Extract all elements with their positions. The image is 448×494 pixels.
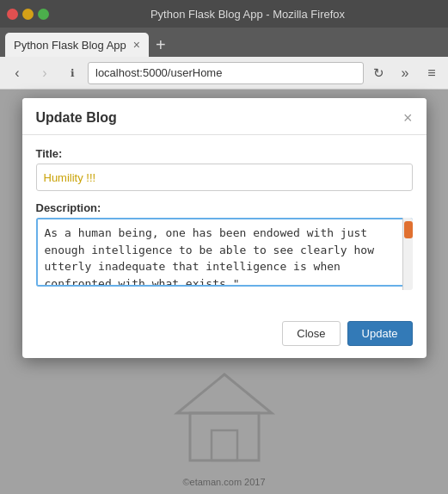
description-field-group: Description: As a human being, one has b… [36,201,413,290]
info-icon: ℹ [71,67,75,79]
update-blog-modal: Update Blog × Title: Description: As a h… [22,98,427,358]
menu-icon: ≡ [427,65,435,81]
tab-bar: Python Flask Blog App × + [0,28,448,57]
scrollbar-thumb [404,221,413,238]
description-textarea-wrapper: As a human being, one has been endowed w… [36,218,413,290]
page-content: ©etaman.com 2017 Update Blog × Title: De… [0,90,448,494]
modal-title: Update Blog [36,110,117,126]
forward-button[interactable]: › [33,61,57,85]
forward-icon: › [42,65,46,81]
modal-header: Update Blog × [22,98,427,135]
textarea-scrollbar[interactable] [402,218,413,290]
maximize-window-button[interactable] [38,9,49,20]
address-bar[interactable] [88,62,364,84]
window-title: Python Flask Blog App - Mozilla Firefox [54,8,441,21]
browser-tab[interactable]: Python Flask Blog App × [5,33,149,57]
title-input[interactable] [36,164,413,191]
extend-icon: » [402,65,409,81]
extend-button[interactable]: » [393,61,417,85]
menu-button[interactable]: ≡ [420,62,443,84]
back-button[interactable]: ‹ [5,61,29,85]
close-button[interactable]: Close [282,321,340,346]
title-label: Title: [36,147,413,160]
minimize-window-button[interactable] [22,9,34,20]
back-icon: ‹ [15,65,19,81]
description-label: Description: [36,201,413,214]
close-window-button[interactable] [7,9,18,20]
tab-close-icon[interactable]: × [133,38,140,52]
title-bar: Python Flask Blog App - Mozilla Firefox [0,0,448,28]
tab-label: Python Flask Blog App [14,39,126,52]
modal-close-button[interactable]: × [403,110,413,126]
new-tab-button[interactable]: + [150,33,171,57]
reload-button[interactable]: ↻ [367,62,390,84]
info-button[interactable]: ℹ [60,61,84,85]
reload-icon: ↻ [373,65,384,81]
nav-bar: ‹ › ℹ ↻ » ≡ [0,57,448,90]
modal-footer: Close Update [22,312,427,358]
description-textarea[interactable]: As a human being, one has been endowed w… [36,218,413,287]
title-field-group: Title: [36,147,413,191]
update-button[interactable]: Update [347,321,413,346]
modal-overlay: Update Blog × Title: Description: As a h… [0,90,448,494]
window-controls [7,9,49,20]
modal-body: Title: Description: As a human being, on… [22,135,427,312]
